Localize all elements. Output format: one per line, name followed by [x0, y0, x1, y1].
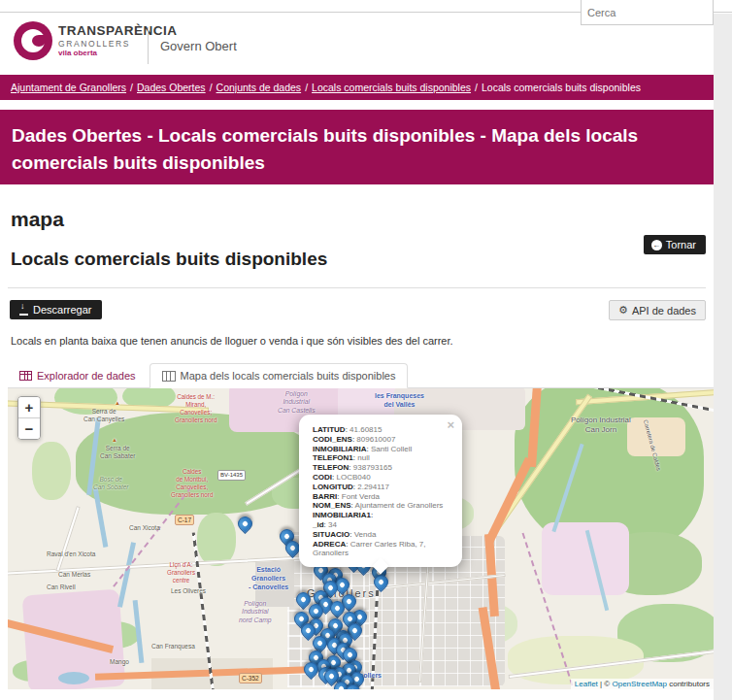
back-circle-icon	[651, 240, 662, 250]
resource-heading: mapa	[11, 208, 714, 231]
leaflet-map[interactable]: Serra de Can Canyelles▲Serra de Can Saba…	[8, 388, 714, 689]
leaflet-link[interactable]: Leaflet	[575, 680, 598, 688]
api-de-dades-button[interactable]: API de dades	[609, 300, 706, 320]
popup-field: NOM_ENS: Ajuntament de Granollers	[313, 501, 449, 511]
bottom-strip	[0, 689, 714, 700]
popup-box: × LATITUD: 41.60815CODI_ENS: 809610007IN…	[299, 415, 462, 567]
map-icon	[162, 371, 176, 382]
dataset-subheading: Locals comercials buits disponibles	[11, 249, 327, 270]
tab-bar: Explorador de dades Mapa dels locals com…	[8, 362, 714, 388]
breadcrumb-item[interactable]: Dades Obertes	[137, 82, 206, 93]
section-divider	[8, 287, 706, 288]
road-ref-badge: C-17	[175, 515, 194, 525]
page-right-gutter	[714, 14, 732, 700]
map-feature	[32, 442, 71, 500]
page-title: Dades Obertes - Locals comercials buits …	[12, 122, 702, 176]
popup-field: LONGITUD: 2.294117	[313, 483, 449, 492]
popup-field: BARRI: Font Verda	[313, 492, 449, 502]
download-icon	[19, 304, 28, 316]
table-icon	[19, 371, 32, 381]
map-place-label: Can Rivell	[47, 583, 76, 591]
breadcrumb-item: Locals comercials buits disponibles	[482, 82, 641, 93]
popup-field: CODI: LOCB040	[313, 473, 449, 483]
popup-close-icon[interactable]: ×	[447, 418, 454, 431]
zoom-control: + −	[17, 396, 41, 440]
map-place-label: les Franqueses del Vallès	[375, 392, 424, 410]
map-place-label: Llçn d'A: Granollers centre	[167, 561, 195, 584]
popup-field: INMOBILIARIA: Santi Collell	[313, 445, 449, 454]
search-box[interactable]	[581, 0, 714, 25]
popup-field: ADRECA: Carrer Carles Riba, 7, Granoller…	[313, 540, 449, 559]
map-place-label: Serra de Can Canyelles	[83, 408, 124, 423]
map-place-label: Polígon Industrial Can Castells	[278, 390, 316, 415]
tab-explorador-de-dades[interactable]: Explorador de dades	[8, 364, 148, 387]
map-place-label: Caldes de M.: Mirand, Canovelles; Granol…	[175, 393, 216, 423]
map-place-label: Estació Granollers - Canovelles	[249, 566, 288, 591]
map-place-label: Les Oliveres	[171, 587, 206, 595]
logo-g-icon	[14, 21, 52, 60]
descarregar-button[interactable]: Descarregar	[10, 300, 102, 319]
main-content: mapa Locals comercials buits disponibles…	[0, 184, 714, 388]
map-place-label: Mango	[110, 658, 129, 666]
popup-field: LATITUD: 41.60815	[313, 425, 449, 435]
popup-field: _id: 34	[313, 520, 449, 530]
breadcrumb-item[interactable]: Ajuntament de Granollers	[11, 82, 126, 93]
zoom-in-button[interactable]: +	[18, 397, 40, 418]
popup-field: SITUACIO: Venda	[313, 530, 449, 540]
map-pond	[58, 672, 89, 684]
map-place-label: Bosc de Can Sobater	[93, 476, 129, 491]
map-place-label: ▲	[112, 437, 117, 445]
gears-icon	[618, 304, 628, 317]
breadcrumb: Ajuntament de Granollers/Dades Obertes/C…	[0, 75, 714, 100]
map-place-label: Polígon Industrial Can Jorn	[571, 416, 631, 435]
breadcrumb-item[interactable]: Locals comercials buits disponibles	[312, 82, 471, 93]
osm-link[interactable]: OpenStreetMap	[612, 680, 666, 688]
breadcrumb-item[interactable]: Conjunts de dades	[216, 82, 302, 93]
map-place-label: Can Xicota	[129, 524, 160, 532]
search-input[interactable]	[582, 7, 731, 18]
tab-mapa[interactable]: Mapa dels locals comercials buits dispon…	[150, 363, 409, 388]
popup-field: INMOBILIARIA1:	[313, 511, 449, 520]
map-road	[55, 506, 80, 572]
map-place-label: Raval d'en Xicota	[47, 550, 95, 558]
popup-field: TELEFON: 938793165	[313, 463, 449, 473]
map-place-label: Caldes de Montbui, Canovelles, Granoller…	[171, 468, 213, 498]
site-logo[interactable]: TRANSPARÈNCIA GRANOLLERS vila oberta	[14, 21, 178, 60]
road-ref-badge: C-352	[239, 673, 262, 683]
site-section-label: Govern Obert	[160, 39, 237, 53]
map-place-label: Serra de Can Sabater	[100, 445, 136, 460]
zoom-out-button[interactable]: −	[18, 418, 40, 439]
page-title-banner: Dades Obertes - Locals comercials buits …	[0, 110, 714, 184]
map-popup: × LATITUD: 41.60815CODI_ENS: 809610007IN…	[299, 415, 462, 567]
site-header: TRANSPARÈNCIA GRANOLLERS vila oberta Gov…	[0, 0, 714, 75]
popup-field: CODI_ENS: 809610007	[313, 435, 449, 445]
logo-separator	[148, 27, 149, 64]
logo-title: TRANSPARÈNCIA	[58, 24, 178, 38]
map-place-label: Can Merlas	[58, 571, 90, 579]
map-place-label: Polígon Industrial nord Camp	[239, 600, 272, 624]
tornar-button[interactable]: Tornar	[644, 235, 706, 254]
map-attribution: Leaflet | © OpenStreetMap contributors	[571, 679, 714, 689]
map-feature	[197, 513, 236, 566]
road-ref-badge: BV-1435	[217, 470, 246, 481]
map-marker[interactable]	[235, 514, 255, 534]
dataset-description: Locals en planta baixa que tenen anuncis…	[11, 335, 703, 347]
popup-content: LATITUD: 41.60815CODI_ENS: 809610007INMO…	[313, 425, 449, 558]
popup-field: TELEFON1: null	[313, 453, 449, 463]
map-place-label: ▲	[115, 400, 120, 408]
map-place-label: Can Franquesa	[151, 643, 195, 650]
